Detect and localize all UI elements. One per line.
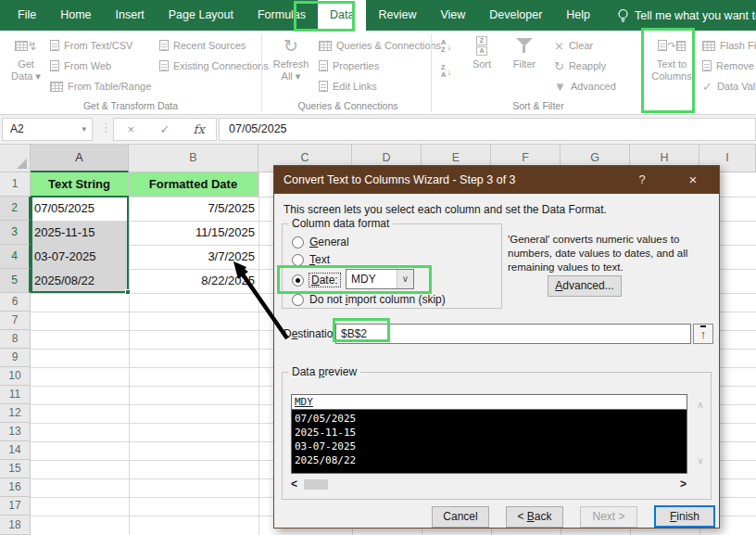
- tab-page-layout[interactable]: Page Layout: [157, 0, 246, 31]
- row-header-3[interactable]: 3: [0, 221, 31, 245]
- radio-skip-column[interactable]: Do not import column (skip): [292, 292, 446, 307]
- existing-connections-button[interactable]: Existing Connections: [159, 57, 269, 74]
- radio-date[interactable]: Date:: [292, 273, 340, 287]
- formula-input[interactable]: 07/05/2025: [219, 118, 756, 141]
- cancel-entry-icon[interactable]: ×: [114, 122, 148, 136]
- lightbulb-icon: [617, 8, 629, 23]
- from-text-csv-button[interactable]: From Text/CSV: [50, 37, 132, 54]
- refresh-all-button[interactable]: ↻ Refresh All ▾: [269, 34, 313, 83]
- cancel-button[interactable]: Cancel: [432, 506, 489, 528]
- row-header-17[interactable]: 17: [0, 497, 31, 516]
- from-table-range-button[interactable]: From Table/Range: [50, 78, 151, 95]
- row-header-11[interactable]: 11: [0, 386, 31, 404]
- row-header-5[interactable]: 5: [0, 269, 31, 293]
- scroll-up-icon[interactable]: ∧: [693, 400, 708, 410]
- row-header-12[interactable]: 12: [0, 404, 31, 423]
- row-header-6[interactable]: 6: [0, 293, 31, 312]
- tab-developer[interactable]: Developer: [477, 0, 554, 31]
- name-box-chevron-icon[interactable]: ▾: [82, 119, 86, 140]
- chevron-down-icon[interactable]: ∨: [397, 270, 413, 288]
- preview-row: 07/05/2025: [295, 412, 687, 426]
- scroll-right-icon[interactable]: >: [680, 478, 687, 490]
- data-validation-button[interactable]: ✓Data Valid: [702, 78, 756, 95]
- row-header-13[interactable]: 13: [0, 423, 31, 441]
- row-header-8[interactable]: 8: [0, 330, 31, 349]
- sort-ascending-button[interactable]: AZ↓: [441, 39, 451, 54]
- reapply-button[interactable]: ↻Reapply: [554, 57, 606, 74]
- column-header-a[interactable]: A: [31, 145, 129, 172]
- from-web-button[interactable]: From Web: [50, 57, 111, 74]
- finish-button[interactable]: Finish: [654, 505, 715, 528]
- sort-button[interactable]: ZA Sort: [463, 34, 500, 70]
- row-header-14[interactable]: 14: [0, 441, 31, 460]
- cell-b2[interactable]: 7/5/2025: [129, 197, 255, 221]
- radio-date-circle[interactable]: [292, 274, 304, 287]
- preview-column-header[interactable]: MDY: [292, 395, 687, 410]
- radio-text-circle[interactable]: [292, 254, 304, 266]
- column-data-format-group: Column data format General Text Date: MD…: [282, 223, 502, 309]
- radio-general[interactable]: General: [292, 235, 349, 249]
- tab-formulas[interactable]: Formulas: [246, 0, 318, 31]
- group-label-sort-filter: Sort & Filter: [435, 98, 641, 114]
- cell-b1[interactable]: Formatted Date: [129, 172, 258, 197]
- flash-fill-button[interactable]: Flash Fill: [702, 37, 756, 54]
- row-header-10[interactable]: 10: [0, 367, 31, 386]
- cell-b4[interactable]: 3/7/2025: [129, 245, 255, 269]
- row-header-4[interactable]: 4: [0, 245, 31, 269]
- row-header-15[interactable]: 15: [0, 460, 31, 478]
- cell-a1[interactable]: Text String: [31, 172, 129, 197]
- date-format-dropdown[interactable]: MDY ∨: [346, 269, 414, 289]
- scroll-left-icon[interactable]: <: [291, 478, 297, 490]
- clear-filter-button[interactable]: ⨯Clear: [554, 37, 593, 54]
- data-preview-table[interactable]: MDY 07/05/2025 2025-11-15 03-07-2025 202…: [291, 394, 687, 474]
- tab-review[interactable]: Review: [366, 0, 428, 31]
- radio-skip-circle[interactable]: [292, 294, 304, 306]
- advanced-button[interactable]: Advanced...: [548, 275, 622, 297]
- properties-button[interactable]: Properties: [319, 57, 379, 74]
- recent-sources-button[interactable]: Recent Sources: [159, 37, 246, 54]
- select-all-corner[interactable]: [0, 145, 31, 172]
- filter-button[interactable]: Filter: [504, 34, 545, 70]
- radio-text[interactable]: Text: [292, 252, 330, 267]
- tab-file[interactable]: File: [6, 0, 48, 31]
- column-header-b[interactable]: B: [129, 145, 258, 172]
- name-box[interactable]: A2▾: [2, 118, 93, 141]
- edit-links-button[interactable]: Edit Links: [319, 78, 377, 95]
- tab-view[interactable]: View: [428, 0, 477, 31]
- text-to-columns-button[interactable]: ↷ Text to Columns: [647, 34, 697, 83]
- close-icon[interactable]: ×: [674, 166, 712, 194]
- row-header-18[interactable]: 18: [0, 516, 31, 535]
- tab-data[interactable]: Data: [318, 0, 366, 31]
- preview-selected-column[interactable]: 07/05/2025 2025-11-15 03-07-2025 2025/08…: [292, 410, 687, 473]
- dialog-help-button[interactable]: ?: [628, 166, 656, 194]
- remove-duplicates-button[interactable]: Remove D: [702, 57, 756, 74]
- radio-general-circle[interactable]: [292, 236, 304, 248]
- scroll-down-icon[interactable]: ∨: [693, 455, 708, 465]
- row-header-7[interactable]: 7: [0, 312, 31, 330]
- get-data-button[interactable]: ↯ Get Data ▾: [6, 34, 46, 83]
- cell-b3[interactable]: 11/15/2025: [129, 221, 255, 245]
- row-header-1[interactable]: 1: [0, 172, 31, 197]
- row-header-9[interactable]: 9: [0, 349, 31, 367]
- row-header-2[interactable]: 2: [0, 197, 31, 221]
- horizontal-scroll-thumb[interactable]: [304, 479, 328, 490]
- enter-entry-icon[interactable]: ✓: [148, 122, 183, 136]
- insert-function-icon[interactable]: fx: [182, 122, 216, 136]
- tab-insert[interactable]: Insert: [104, 0, 157, 31]
- range-picker-button[interactable]: ↑: [693, 324, 713, 344]
- ribbon-tab-bar: File Home Insert Page Layout Formulas Da…: [0, 0, 756, 31]
- tab-home[interactable]: Home: [48, 0, 103, 31]
- next-button: Next >: [580, 506, 637, 528]
- queries-connections-button[interactable]: Queries & Connections: [319, 37, 441, 54]
- advanced-filter-button[interactable]: ▼Advanced: [554, 78, 616, 95]
- back-button[interactable]: < Back: [506, 506, 563, 528]
- row-header-16[interactable]: 16: [0, 478, 31, 497]
- tab-help[interactable]: Help: [554, 0, 602, 31]
- sort-descending-button[interactable]: ZA↓: [441, 64, 451, 79]
- destination-input[interactable]: $B$2: [335, 324, 691, 344]
- tell-me-box[interactable]: Tell me what you want to do: [617, 0, 756, 31]
- fill-handle[interactable]: [125, 289, 131, 295]
- selection-border: [31, 196, 129, 293]
- group-divider: [431, 34, 432, 112]
- cell-b5[interactable]: 8/22/2025: [129, 269, 255, 293]
